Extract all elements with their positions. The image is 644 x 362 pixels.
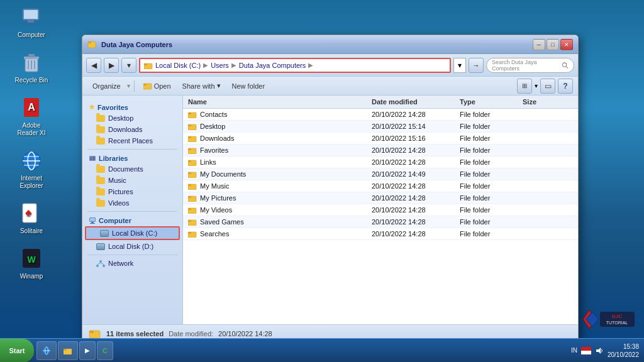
sidebar: ★ Favorites Desktop Downloads Recent Pla…: [82, 96, 183, 324]
computer-icon[interactable]: Computer: [13, 6, 50, 39]
sidebar-item-network[interactable]: Network: [82, 258, 182, 269]
sidebar-item-documents[interactable]: Documents: [82, 163, 182, 175]
recycle-bin-icon[interactable]: Recycle Bin: [13, 52, 50, 84]
sidebar-item-downloads[interactable]: Downloads: [82, 124, 182, 135]
file-type: File folder: [460, 230, 523, 238]
path-segment-1[interactable]: Local Disk (C:): [155, 62, 201, 69]
taskbar-ccleaner-button[interactable]: C: [97, 341, 113, 360]
svg-rect-6: [28, 54, 35, 57]
svg-rect-46: [188, 136, 191, 138]
organize-button[interactable]: Organize: [87, 79, 126, 93]
folder-icon: [188, 146, 197, 154]
address-dropdown-button[interactable]: ▾: [453, 58, 466, 73]
taskbar-folder-button[interactable]: [58, 341, 78, 360]
file-list-header[interactable]: Name Date modified Type Size: [183, 96, 578, 109]
svg-point-25: [562, 62, 566, 66]
taskbar-tray: IN 15:38 20/10/2022: [566, 343, 644, 359]
header-date[interactable]: Date modified: [372, 98, 460, 106]
view-mode-button[interactable]: ⊞: [517, 79, 532, 94]
sidebar-item-pictures[interactable]: Pictures: [82, 186, 182, 197]
svg-rect-74: [64, 349, 67, 351]
svg-rect-42: [188, 112, 191, 114]
file-name: Links: [188, 158, 372, 166]
sidebar-item-music[interactable]: Music: [82, 175, 182, 186]
file-row[interactable]: Favorites 20/10/2022 14:28 File folder: [183, 145, 578, 156]
help-button[interactable]: ?: [558, 79, 573, 94]
svg-rect-35: [90, 223, 95, 224]
library-icon: [89, 155, 96, 162]
search-box[interactable]: Search Duta Jaya Computers: [486, 58, 574, 73]
folder-icon: [188, 111, 197, 118]
file-row[interactable]: My Pictures 20/10/2022 14:28 File folder: [183, 192, 578, 204]
file-date: 20/10/2022 14:28: [372, 230, 460, 238]
back-button[interactable]: ◀: [86, 58, 101, 73]
file-row[interactable]: My Music 20/10/2022 14:28 File folder: [183, 180, 578, 192]
recent-locations-button[interactable]: ▾: [121, 58, 136, 73]
folder-address-icon: [144, 62, 153, 69]
file-row[interactable]: Searches 20/10/2022 14:28 File folder: [183, 228, 578, 240]
file-row[interactable]: My Documents 20/10/2022 14:49 File folde…: [183, 168, 578, 180]
adobe-reader-icon[interactable]: A Adobe Reader XI: [13, 97, 50, 137]
libraries-section: Libraries: [82, 152, 182, 163]
file-row[interactable]: Contacts 20/10/2022 14:28 File folder: [183, 109, 578, 121]
folder-icon: [96, 177, 105, 184]
file-name: Favorites: [188, 146, 372, 154]
sidebar-item-local-disk-d[interactable]: Local Disk (D:): [82, 241, 182, 252]
address-path[interactable]: Local Disk (C:) ▶ Users ▶ Duta Jaya Comp…: [139, 58, 451, 73]
close-button[interactable]: ✕: [560, 39, 573, 50]
winamp-icon[interactable]: W Winamp: [13, 248, 50, 280]
status-text: 11 items selected: [106, 330, 164, 337]
svg-rect-2: [28, 20, 34, 23]
address-go-button[interactable]: →: [469, 58, 484, 73]
solitaire-icon[interactable]: ♠ Solitaire: [13, 202, 50, 235]
svg-rect-75: [581, 347, 591, 351]
header-type[interactable]: Type: [460, 98, 523, 106]
maximize-button[interactable]: □: [547, 39, 559, 50]
svg-text:DJC: DJC: [612, 314, 622, 319]
svg-rect-33: [90, 218, 95, 221]
network-icon: [96, 260, 105, 267]
sidebar-item-videos[interactable]: Videos: [82, 197, 182, 209]
svg-rect-52: [188, 172, 191, 174]
file-name: Searches: [188, 230, 372, 238]
file-list: Name Date modified Type Size Contacts 20…: [183, 96, 578, 324]
svg-rect-34: [91, 222, 94, 223]
folder-icon: [188, 170, 197, 178]
folder-icon: [188, 194, 197, 202]
file-name: Downloads: [188, 134, 372, 142]
svg-rect-3: [25, 23, 36, 24]
sidebar-item-desktop[interactable]: Desktop: [82, 112, 182, 124]
file-row[interactable]: My Videos 20/10/2022 14:28 File folder: [183, 204, 578, 216]
preview-pane-button[interactable]: ▭: [540, 79, 555, 94]
start-button[interactable]: Start: [0, 339, 34, 363]
file-row[interactable]: Desktop 20/10/2022 15:14 File folder: [183, 121, 578, 133]
sidebar-item-recent-places[interactable]: Recent Places: [82, 135, 182, 146]
taskbar-media-button[interactable]: ▶: [79, 341, 96, 360]
header-size[interactable]: Size: [523, 98, 573, 106]
file-date: 20/10/2022 14:28: [372, 111, 460, 118]
folder-icon: [188, 158, 197, 166]
taskbar-ie-button[interactable]: [36, 341, 57, 360]
minimize-button[interactable]: ─: [533, 39, 545, 50]
file-type: File folder: [460, 146, 523, 154]
path-segment-2[interactable]: Users: [211, 62, 229, 69]
sidebar-item-local-disk-c[interactable]: Local Disk (C:): [85, 226, 180, 240]
taskbar: Start ▶ C IN: [0, 338, 644, 362]
file-type: File folder: [460, 206, 523, 214]
file-row[interactable]: Downloads 20/10/2022 15:16 File folder: [183, 133, 578, 145]
svg-point-37: [96, 265, 99, 267]
file-row[interactable]: Links 20/10/2022 14:28 File folder: [183, 156, 578, 168]
share-with-button[interactable]: Share with ▾: [177, 79, 226, 93]
favorites-section: ★ Favorites: [82, 101, 182, 112]
new-folder-button[interactable]: New folder: [227, 79, 270, 93]
address-bar: ◀ ▶ ▾ Local Disk (C:) ▶ Users ▶ Duta Jay…: [82, 54, 578, 77]
volume-icon[interactable]: [595, 346, 604, 355]
internet-explorer-icon[interactable]: Internet Explorer: [13, 150, 50, 190]
header-name[interactable]: Name: [188, 98, 372, 106]
open-button[interactable]: Open: [138, 79, 176, 93]
explorer-window: Duta Jaya Computers ─ □ ✕ ◀ ▶ ▾ Local Di…: [82, 35, 579, 343]
path-segment-3[interactable]: Duta Jaya Computers: [239, 62, 306, 69]
forward-button[interactable]: ▶: [104, 58, 119, 73]
svg-rect-64: [89, 331, 94, 333]
file-row[interactable]: Saved Games 20/10/2022 14:28 File folder: [183, 216, 578, 228]
